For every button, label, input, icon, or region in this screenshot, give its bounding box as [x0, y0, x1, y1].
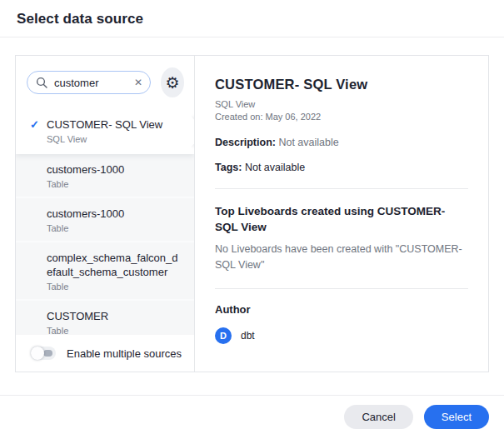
source-name: CUSTOMER: [47, 309, 182, 323]
tags-label: Tags:: [215, 162, 242, 173]
source-name: customers-1000: [47, 207, 182, 221]
source-detail-type: SQL View: [215, 98, 468, 111]
author-row: D dbt: [215, 327, 468, 344]
author-heading: Author: [215, 303, 468, 316]
source-details-pane: CUSTOMER- SQL View SQL View Created on: …: [195, 56, 488, 372]
source-list-pane: ✕ ⚙ ✓ CUSTOMER- SQL View SQL View: [16, 56, 195, 372]
tags-value: Not available: [245, 162, 305, 173]
search-input[interactable]: [54, 77, 127, 89]
source-type: Table: [47, 223, 182, 233]
source-type: SQL View: [47, 134, 182, 144]
section-divider: [215, 288, 468, 289]
description-row: Description: Not available: [215, 137, 468, 148]
toggle-knob: [31, 347, 44, 360]
toggle-label: Enable multiple sources: [67, 347, 182, 360]
list-item-customer[interactable]: CUSTOMER Table: [16, 301, 194, 335]
select-data-source-dialog: Select data source ✕ ⚙: [0, 0, 504, 429]
list-item-customers-1000-a[interactable]: customers-1000 Table: [16, 154, 194, 198]
gear-icon: ⚙: [166, 75, 180, 91]
list-item-customer-sql-view[interactable]: ✓ CUSTOMER- SQL View SQL View: [16, 108, 194, 154]
search-row: ✕ ⚙: [16, 56, 194, 108]
toggle-dash: [43, 350, 52, 357]
dialog-body: ✕ ⚙ ✓ CUSTOMER- SQL View SQL View: [0, 37, 504, 377]
author-avatar: D: [215, 327, 232, 344]
section-divider: [215, 188, 468, 189]
search-icon: [36, 77, 47, 88]
page-title: Select data source: [17, 11, 487, 27]
tags-row: Tags: Not available: [215, 162, 468, 173]
enable-multiple-sources-row[interactable]: Enable multiple sources: [16, 335, 194, 372]
search-box[interactable]: ✕: [27, 71, 151, 94]
source-name: complex_schema_falcon_default_schema_cus…: [47, 251, 182, 279]
dialog-footer: Cancel Select: [0, 395, 504, 429]
data-source-panel: ✕ ⚙ ✓ CUSTOMER- SQL View SQL View: [15, 55, 489, 372]
select-button[interactable]: Select: [424, 405, 489, 429]
list-item-customers-1000-b[interactable]: customers-1000 Table: [16, 198, 194, 242]
multiple-sources-toggle[interactable]: [31, 347, 56, 360]
author-name: dbt: [241, 330, 255, 342]
dialog-header: Select data source: [0, 0, 504, 37]
clear-search-icon[interactable]: ✕: [134, 77, 142, 87]
source-type: Table: [47, 326, 182, 335]
data-source-settings-button[interactable]: ⚙: [161, 67, 184, 97]
cancel-button[interactable]: Cancel: [344, 405, 412, 429]
source-list: ✓ CUSTOMER- SQL View SQL View customers-…: [16, 108, 194, 335]
description-value: Not available: [278, 137, 338, 148]
liveboards-heading: Top Liveboards created using CUSTOMER- S…: [215, 203, 468, 235]
source-name: customers-1000: [47, 162, 182, 177]
description-label: Description:: [215, 137, 276, 148]
liveboards-empty-message: No Liveboards have been created with "CU…: [215, 242, 468, 273]
check-icon: ✓: [30, 118, 39, 131]
source-detail-title: CUSTOMER- SQL View: [215, 77, 468, 92]
source-created-date: Created on: May 06, 2022: [215, 111, 468, 123]
source-type: Table: [47, 179, 182, 189]
source-name: CUSTOMER- SQL View: [47, 117, 182, 132]
list-item-complex-schema-customer[interactable]: complex_schema_falcon_default_schema_cus…: [16, 242, 194, 301]
source-type: Table: [47, 282, 182, 292]
